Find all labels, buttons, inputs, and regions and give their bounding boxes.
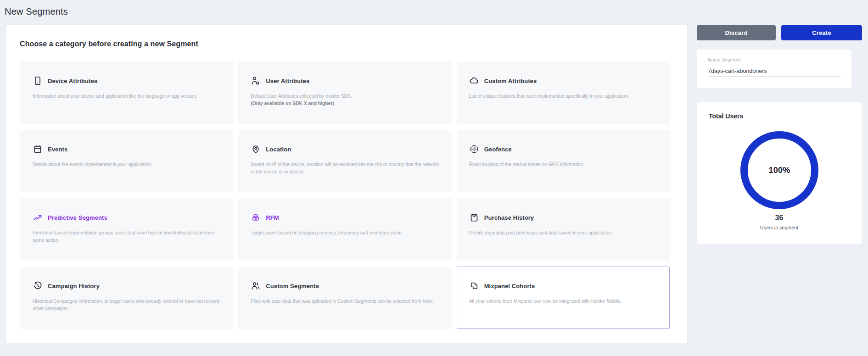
cloud-icon <box>469 76 479 86</box>
discard-button[interactable]: Discard <box>697 25 776 40</box>
category-card-campaign-history[interactable]: Campaign History Historical Campaigns in… <box>20 267 233 329</box>
category-card-rfm[interactable]: RFM Target users based on shopping recen… <box>238 198 451 261</box>
category-card-title: RFM <box>266 214 279 221</box>
category-card-description: Target users based on shopping recency, … <box>251 229 439 236</box>
category-card-location[interactable]: Location Based on IP of the device, loca… <box>238 130 451 192</box>
geofence-icon <box>469 144 479 154</box>
calendar-icon <box>33 144 43 154</box>
category-panel: Choose a category before creating a new … <box>6 24 688 343</box>
users-count: 36 <box>697 214 862 222</box>
description-line-2: (Only available on SDK X and higher) <box>251 100 439 107</box>
category-card-events[interactable]: Events Details about the events implemen… <box>20 130 233 192</box>
device-icon <box>33 76 43 86</box>
category-card-description: Exact location of the device based on GP… <box>469 161 657 168</box>
category-card-user-attributes[interactable]: User Attributes Default User Attributes … <box>238 61 451 124</box>
category-card-description: Based on IP of the device, location will… <box>251 161 439 176</box>
total-users-title: Total Users <box>709 112 743 120</box>
category-card-title: Custom Segments <box>266 283 319 289</box>
user-badge-icon <box>251 76 261 86</box>
category-grid: Device Attributes Information about your… <box>20 61 670 329</box>
venn-icon <box>251 212 261 222</box>
users-count-caption: Users in segment <box>697 225 862 230</box>
total-users-card: Total Users 100% 36 Users in segment <box>697 102 862 244</box>
name-segment-label: Name Segment <box>708 57 741 62</box>
category-card-mixpanel-cohorts[interactable]: Mixpanel Cohorts All your cohorts from M… <box>457 267 670 329</box>
category-card-custom-attributes[interactable]: Custom Attributes List of unique feature… <box>457 61 670 124</box>
category-card-description: Prediction based segmentation groups use… <box>33 229 221 244</box>
donut-percent-label: 100% <box>738 129 821 211</box>
category-card-description: List of unique features that were implem… <box>469 92 657 100</box>
page-title: New Segments <box>5 6 68 17</box>
category-card-predictive-segments[interactable]: Predictive Segments Prediction based seg… <box>20 198 233 261</box>
category-card-custom-segments[interactable]: Custom Segments Files with user data tha… <box>238 267 451 329</box>
category-card-title: Custom Attributes <box>484 78 537 84</box>
category-card-description: Details about the events implemented in … <box>33 161 221 168</box>
category-card-title: Device Attributes <box>48 78 97 84</box>
total-users-donut-chart: 100% <box>738 129 821 211</box>
map-pin-icon <box>251 144 261 154</box>
category-card-device-attributes[interactable]: Device Attributes Information about your… <box>20 61 233 124</box>
users-icon <box>251 281 261 291</box>
panel-heading: Choose a category before creating a new … <box>20 40 198 48</box>
shopping-bag-icon <box>469 212 479 222</box>
category-card-geofence[interactable]: Geofence Exact location of the device ba… <box>457 130 670 192</box>
category-card-title: Predictive Segments <box>48 214 107 221</box>
name-segment-card: Name Segment <box>697 50 851 88</box>
description-line-1: Default User Attributes collected by Ins… <box>251 93 352 99</box>
history-clock-icon <box>33 281 43 291</box>
category-card-title: Campaign History <box>48 283 100 289</box>
category-card-title: Mixpanel Cohorts <box>484 283 535 289</box>
category-card-title: Purchase History <box>484 214 534 221</box>
category-card-description: Details regarding past purchases and dat… <box>469 229 657 236</box>
trending-up-icon <box>33 212 43 222</box>
category-card-title: User Attributes <box>266 78 309 84</box>
category-card-title: Geofence <box>484 146 512 153</box>
category-card-description: All your cohorts from Mixpanel can now b… <box>469 297 657 305</box>
cohorts-link-icon <box>469 281 479 291</box>
category-card-purchase-history[interactable]: Purchase History Details regarding past … <box>457 198 670 261</box>
create-button[interactable]: Create <box>781 25 862 40</box>
category-card-description: Default User Attributes collected by Ins… <box>251 92 439 107</box>
category-card-description: Historical Campaigns information, to tar… <box>33 297 221 312</box>
category-card-description: Information about your device and applic… <box>33 92 221 100</box>
name-segment-input[interactable] <box>708 65 841 77</box>
category-card-description: Files with user data that was uploaded i… <box>251 297 439 305</box>
category-card-title: Events <box>48 146 67 153</box>
category-card-title: Location <box>266 146 291 153</box>
